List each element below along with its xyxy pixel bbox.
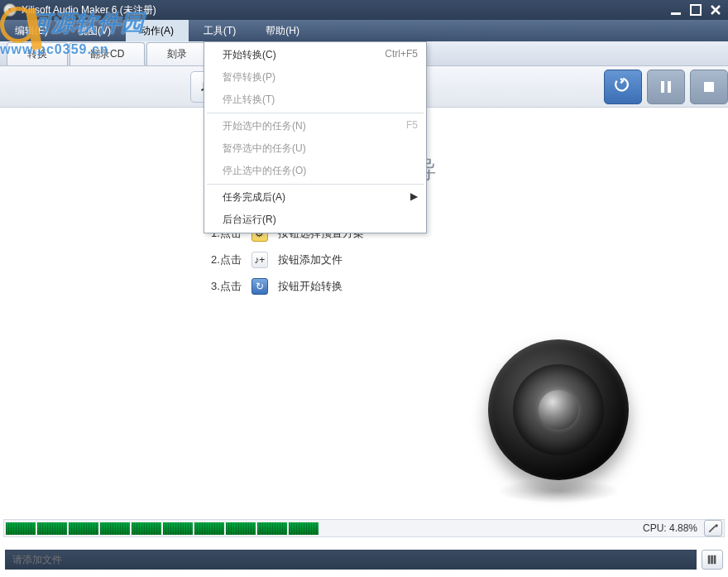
cpu-segment	[163, 522, 193, 535]
maximize-button[interactable]	[687, 2, 705, 17]
cpu-segment	[6, 522, 36, 535]
add-file-icon: ♪+	[251, 252, 268, 268]
svg-rect-4	[704, 82, 714, 92]
minimize-button[interactable]	[667, 2, 685, 17]
menu-view[interactable]: 视图(V)	[63, 20, 126, 41]
svg-rect-1	[691, 5, 701, 15]
bottom-bar	[5, 549, 723, 570]
tab-burn[interactable]: 刻录	[146, 42, 208, 65]
dd-start-convert[interactable]: 开始转换(C)Ctrl+F5	[204, 44, 426, 66]
dd-separator	[207, 113, 424, 113]
menu-help[interactable]: 帮助(H)	[251, 20, 314, 41]
dd-pause-convert[interactable]: 暂停转换(P)	[204, 66, 426, 89]
browse-output-button[interactable]	[702, 550, 723, 570]
app-icon	[3, 3, 17, 17]
tab-rip-cd[interactable]: 翻录CD	[69, 42, 145, 65]
svg-rect-7	[714, 555, 716, 565]
step-num: 2.点击	[211, 252, 242, 267]
dd-pause-selected[interactable]: 暂停选中的任务(U)	[204, 137, 426, 160]
step-num: 3.点击	[211, 279, 242, 294]
guide-step-3: 3.点击 ↻ 按钮开始转换	[211, 278, 364, 295]
speaker-image	[488, 339, 637, 488]
start-icon: ↻	[251, 278, 268, 295]
cpu-segment	[37, 522, 67, 535]
dd-background-run[interactable]: 后台运行(R)	[204, 209, 426, 231]
svg-rect-6	[711, 555, 713, 565]
dd-separator	[207, 184, 424, 185]
menu-tools[interactable]: 工具(T)	[189, 20, 251, 41]
cpu-segment	[194, 522, 224, 535]
pause-convert-button[interactable]	[647, 70, 685, 104]
close-button[interactable]	[706, 2, 725, 17]
menu-bar: 编辑(E) 视图(V) 动作(A) 工具(T) 帮助(H)	[0, 20, 728, 41]
step-text: 按钮添加文件	[278, 252, 342, 267]
window-title: Xilisoft Audio Maker 6 (未注册)	[22, 3, 667, 17]
settings-button[interactable]	[704, 520, 722, 536]
cpu-segment	[226, 522, 256, 535]
svg-rect-2	[661, 81, 664, 93]
cpu-segment	[257, 522, 287, 535]
action-dropdown-menu: 开始转换(C)Ctrl+F5 暂停转换(P) 停止转换(T) 开始选中的任务(N…	[204, 41, 427, 233]
start-convert-button[interactable]	[604, 70, 642, 104]
stop-convert-button[interactable]	[690, 70, 728, 104]
title-bar: Xilisoft Audio Maker 6 (未注册)	[0, 0, 728, 20]
cpu-segment	[100, 522, 130, 535]
cpu-usage-label: CPU: 4.88%	[638, 522, 702, 534]
dd-after-task[interactable]: 任务完成后(A)▶	[204, 186, 426, 209]
step-text: 按钮开始转换	[278, 279, 342, 294]
cpu-segment	[289, 522, 318, 535]
tab-convert[interactable]: 转换	[7, 42, 68, 65]
dd-stop-convert[interactable]: 停止转换(T)	[204, 89, 426, 111]
svg-rect-0	[671, 12, 681, 15]
cpu-segment	[132, 522, 161, 535]
dd-stop-selected[interactable]: 停止选中的任务(O)	[204, 160, 426, 182]
dd-start-selected[interactable]: 开始选中的任务(N)F5	[204, 115, 426, 137]
svg-rect-3	[668, 81, 671, 93]
cpu-segment	[69, 522, 98, 535]
guide-step-2: 2.点击 ♪+ 按钮添加文件	[211, 252, 364, 268]
menu-file[interactable]: 编辑(E)	[0, 20, 63, 41]
cpu-progress-strip: CPU: 4.88%	[3, 519, 725, 537]
menu-action[interactable]: 动作(A)	[126, 20, 189, 41]
output-path-input[interactable]	[5, 550, 697, 570]
svg-rect-5	[708, 555, 711, 565]
